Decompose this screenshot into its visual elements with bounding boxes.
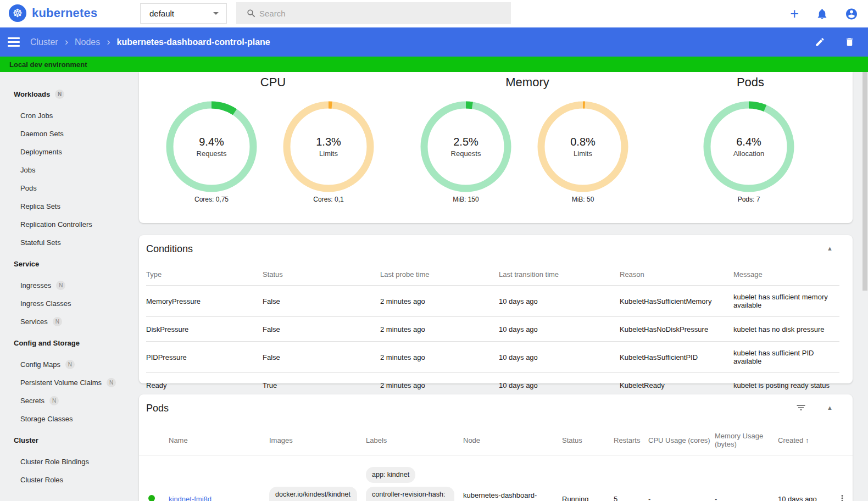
sidebar-nav: Workloads N Cron Jobs Daemon Sets Deploy… [0,72,139,501]
pods-allocation-label: Allocation [733,149,764,158]
cpu-limits-percent: 1.3% [316,136,341,148]
app-header: ☸ kubernetes default + [0,0,868,27]
sidebar-item-jobs[interactable]: Jobs [0,161,139,179]
column-header-created[interactable]: Created ↑ [778,426,837,455]
kubernetes-logo[interactable]: ☸ kubernetes [9,4,97,22]
sidebar-item-replication-controllers[interactable]: Replication Controllers [0,215,139,233]
sidebar-item-cluster-role-bindings[interactable]: Cluster Role Bindings [0,453,139,471]
condition-probe-time: 2 minutes ago [380,317,499,342]
filter-icon[interactable] [795,402,806,415]
pods-header-row: Name Images Labels Node Status Restarts … [139,426,853,455]
condition-reason: KubeletHasSufficientMemory [620,286,733,317]
sidebar-item-secrets[interactable]: Secrets N [0,392,139,410]
pod-created: 10 days ago [778,455,837,501]
condition-message: kubelet has sufficient PID available [733,342,839,373]
sidebar-item-ingresses[interactable]: Ingresses N [0,276,139,294]
breadcrumb-bar: Cluster › Nodes › kubernetes-dashboard-c… [0,27,868,57]
memory-section-title: Memory [505,75,549,90]
sidebar-item-storage-classes[interactable]: Storage Classes [0,410,139,428]
sidebar-item-ingress-classes[interactable]: Ingress Classes [0,294,139,313]
condition-type: MemoryPressure [146,286,263,317]
sidebar-section-cluster[interactable]: Cluster [0,431,139,449]
column-header-node: Node [463,426,562,455]
condition-message: kubelet has sufficient memory available [733,286,839,317]
sidebar-item-cluster-roles[interactable]: Cluster Roles [0,471,139,489]
cpu-requests-donut: 9.4% Requests Cores: 0,75 [166,101,257,203]
condition-message: kubelet has no disk pressure [733,317,839,342]
column-header-restarts: Restarts [614,426,648,455]
condition-status: True [263,373,380,398]
table-row: PIDPressure False 2 minutes ago 10 days … [146,342,839,373]
table-row: MemoryPressure False 2 minutes ago 10 da… [146,286,839,317]
memory-requests-caption: MiB: 150 [420,196,511,203]
sidebar-section-service[interactable]: Service [0,255,139,273]
memory-limits-donut: 0.8% Limits MiB: 50 [537,101,628,203]
pod-status: Running [562,455,614,501]
condition-message: kubelet is posting ready status [733,373,839,398]
condition-transition-time: 10 days ago [499,342,620,373]
memory-requests-donut: 2.5% Requests MiB: 150 [420,101,511,203]
create-resource-button[interactable]: + [790,7,799,21]
notifications-bell-icon[interactable] [815,7,828,20]
column-header-cpu-usage: CPU Usage (cores) [648,426,715,455]
sidebar-item-stateful-sets[interactable]: Stateful Sets [0,233,139,252]
condition-reason: KubeletReady [620,373,733,398]
pod-node: kubernetes-dashboard-control-plane [463,455,562,501]
column-header-last-transition-time: Last transition time [499,264,620,286]
namespace-selector[interactable]: default [140,3,227,24]
sidebar-item-replica-sets[interactable]: Replica Sets [0,197,139,215]
sidebar-item-config-maps[interactable]: Config Maps N [0,355,139,374]
memory-limits-percent: 0.8% [570,136,596,148]
condition-type: DiskPressure [146,317,263,342]
conditions-table: Type Status Last probe time Last transit… [146,264,839,398]
table-row: Ready True 2 minutes ago 10 days ago Kub… [146,373,839,398]
pod-label-chip: app: kindnet [366,467,415,483]
sidebar-item-pods[interactable]: Pods [0,179,139,197]
sidebar-item-deployments[interactable]: Deployments [0,143,139,161]
cpu-limits-label: Limits [319,149,338,158]
search-input[interactable] [259,9,468,18]
condition-status: False [263,317,380,342]
condition-transition-time: 10 days ago [499,373,620,398]
collapse-arrow-icon[interactable]: ▲ [827,245,833,252]
sidebar-item-cron-jobs[interactable]: Cron Jobs [0,107,139,125]
cpu-limits-caption: Cores: 0,1 [283,196,374,203]
memory-limits-caption: MiB: 50 [537,196,628,203]
breadcrumb-separator-icon: › [65,36,68,48]
collapse-arrow-icon[interactable]: ▲ [827,404,833,411]
condition-probe-time: 2 minutes ago [380,373,499,398]
page-title: kubernetes-dashboard-control-plane [117,37,270,47]
sidebar-item-daemon-sets[interactable]: Daemon Sets [0,125,139,143]
pod-memory-usage: - [715,455,778,501]
pods-title: Pods [146,403,169,414]
pod-status-ok-icon [148,495,155,501]
menu-hamburger-icon[interactable] [8,37,20,47]
search-bar[interactable] [236,2,511,24]
column-header-type: Type [146,264,263,286]
sidebar-section-workloads[interactable]: Workloads N [0,85,139,103]
new-badge: N [55,90,64,99]
memory-limits-label: Limits [574,149,592,158]
breadcrumb-nodes[interactable]: Nodes [75,37,100,47]
sidebar-section-config-storage[interactable]: Config and Storage [0,334,139,352]
sidebar-item-services[interactable]: Services N [0,313,139,331]
cpu-limits-donut: 1.3% Limits Cores: 0,1 [283,101,374,203]
pods-allocation-caption: Pods: 7 [703,196,794,203]
vertical-scrollbar[interactable] [863,72,867,291]
namespace-value: default [149,9,213,18]
edit-pencil-icon[interactable] [813,36,826,49]
cpu-requests-caption: Cores: 0,75 [166,196,257,203]
column-header-memory-usage: Memory Usage (bytes) [715,426,778,455]
column-header-labels: Labels [366,426,463,455]
pods-section-title: Pods [737,75,764,90]
pod-label-chip: controller-revision-hash: 58f5b657b8 [366,487,454,501]
condition-type: PIDPressure [146,342,263,373]
breadcrumb-cluster[interactable]: Cluster [30,37,58,47]
user-account-icon[interactable] [845,7,858,20]
row-actions-kebab-icon[interactable] [837,493,847,501]
delete-trash-icon[interactable] [843,36,856,49]
conditions-card: Conditions ▲ Type Status Last probe time… [139,235,853,383]
pod-name-link[interactable]: kindnet-fmj8d [169,495,212,501]
sidebar-item-persistent-volume-claims[interactable]: Persistent Volume Claims N [0,374,139,392]
condition-transition-time: 10 days ago [499,317,620,342]
